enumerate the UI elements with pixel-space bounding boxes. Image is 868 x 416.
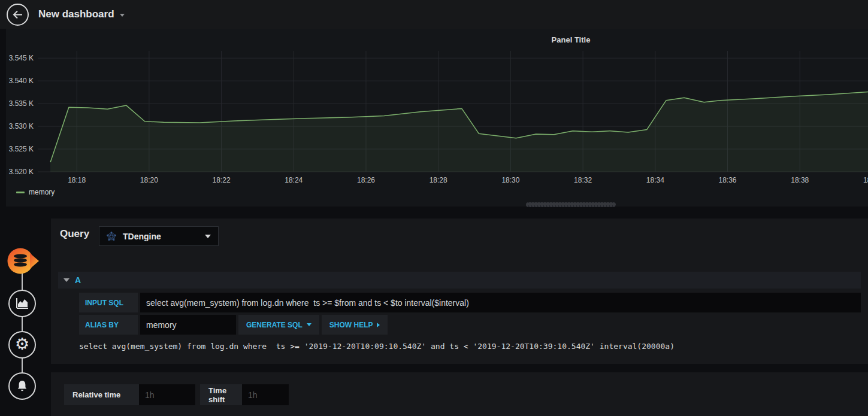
query-row-header[interactable]: A <box>58 272 861 289</box>
svg-text:18:34: 18:34 <box>646 176 664 184</box>
tdengine-logo-icon <box>107 232 116 241</box>
svg-text:18:40: 18:40 <box>863 176 868 184</box>
query-section-title: Query <box>60 228 89 240</box>
relative-time-field[interactable] <box>139 384 195 405</box>
svg-text:3.520 K: 3.520 K <box>9 168 34 176</box>
svg-text:3.545 K: 3.545 K <box>9 54 34 62</box>
chevron-down-icon <box>205 235 211 238</box>
tab-queries[interactable] <box>6 247 40 279</box>
generate-sql-label: GENERATE SQL <box>246 321 303 329</box>
chevron-down-icon <box>307 323 311 326</box>
svg-text:18:30: 18:30 <box>501 176 519 184</box>
svg-text:3.530 K: 3.530 K <box>9 122 34 130</box>
dashboard-title[interactable]: New dashboard <box>38 8 114 20</box>
tab-rail-line <box>22 262 23 386</box>
show-help-label: SHOW HELP <box>329 321 373 329</box>
collapse-caret-icon <box>63 278 69 282</box>
svg-text:18:22: 18:22 <box>213 176 231 184</box>
svg-text:18:32: 18:32 <box>574 176 592 184</box>
datasource-picker[interactable]: TDengine <box>99 226 219 246</box>
arrow-left-icon <box>13 10 23 19</box>
alias-by-field[interactable] <box>140 315 236 335</box>
time-options-card: Relative time Time shift <box>51 372 868 416</box>
query-ref-id: A <box>75 275 81 285</box>
back-button[interactable] <box>7 4 29 26</box>
chart-legend: memory <box>16 188 55 196</box>
alias-by-row: ALIAS BY GENERATE SQL SHOW HELP <box>79 315 861 335</box>
graph-panel: Panel Title 3.520 K3.525 K3.530 K3.535 K… <box>6 29 868 207</box>
panel-resize-handle[interactable] <box>526 202 616 207</box>
tab-visualization[interactable] <box>8 290 36 317</box>
datasource-name: TDengine <box>123 232 161 241</box>
svg-text:18:28: 18:28 <box>430 176 447 184</box>
time-shift-label: Time shift <box>200 384 242 405</box>
query-form: INPUT SQL ALIAS BY GENERATE SQL SHOW HEL… <box>79 293 861 337</box>
gear-wrench-icon: ⚙ <box>15 336 29 353</box>
generate-sql-button[interactable]: GENERATE SQL <box>238 315 319 335</box>
bell-icon <box>16 379 29 393</box>
svg-text:18:18: 18:18 <box>68 176 86 184</box>
svg-text:18:38: 18:38 <box>791 176 809 184</box>
time-shift-field[interactable] <box>242 384 289 405</box>
area-chart-icon <box>15 297 29 309</box>
query-editor-card: Query TDengine A INPUT SQL ALIAS BY <box>51 218 868 364</box>
timeseries-chart: 3.520 K3.525 K3.530 K3.535 K3.540 K3.545… <box>6 29 868 207</box>
top-header: New dashboard <box>0 0 868 29</box>
svg-text:18:20: 18:20 <box>140 176 158 184</box>
svg-text:3.525 K: 3.525 K <box>9 145 34 153</box>
svg-text:3.535 K: 3.535 K <box>9 99 34 108</box>
generated-sql-text: select avg(mem_system) from log.dn where… <box>79 342 675 351</box>
svg-text:18:36: 18:36 <box>719 176 737 184</box>
input-sql-field[interactable] <box>140 293 861 312</box>
time-options-row: Relative time Time shift <box>64 384 289 405</box>
show-help-button[interactable]: SHOW HELP <box>322 315 388 335</box>
relative-time-label: Relative time <box>64 384 139 405</box>
input-sql-label: INPUT SQL <box>79 293 138 312</box>
svg-text:3.540 K: 3.540 K <box>9 77 34 85</box>
database-icon <box>6 247 40 277</box>
chevron-right-icon <box>377 323 380 327</box>
svg-text:18:26: 18:26 <box>357 176 375 184</box>
legend-series-label[interactable]: memory <box>29 188 55 196</box>
alias-by-label: ALIAS BY <box>79 315 138 335</box>
tab-alert[interactable] <box>8 372 36 400</box>
legend-series-swatch <box>16 192 25 193</box>
svg-text:18:24: 18:24 <box>285 176 303 184</box>
chevron-down-icon[interactable] <box>120 14 125 17</box>
input-sql-row: INPUT SQL <box>79 293 861 312</box>
tab-general[interactable]: ⚙ <box>8 331 36 359</box>
